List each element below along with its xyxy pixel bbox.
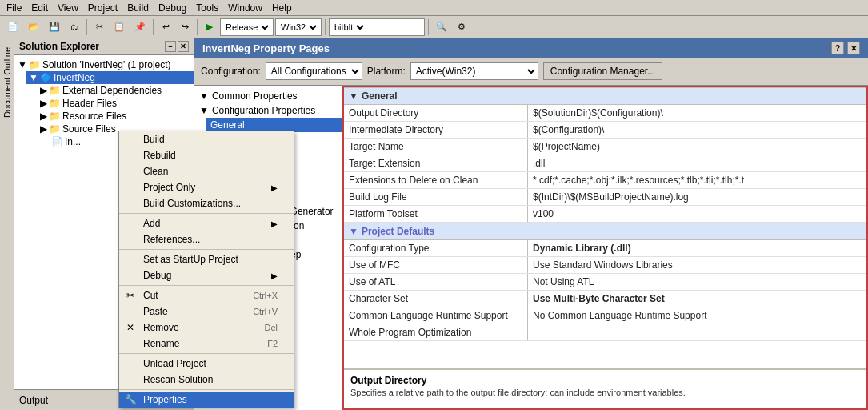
ctx-unload-label: Unload Project: [143, 358, 206, 369]
tree-project[interactable]: ▼ 🔷 InvertNeg: [26, 71, 194, 84]
menu-view[interactable]: View: [53, 1, 83, 15]
ctx-references[interactable]: References...: [119, 231, 294, 247]
config-select[interactable]: Release: [222, 22, 271, 33]
menu-build[interactable]: Build: [122, 1, 154, 15]
project-dropdown[interactable]: bitblt: [329, 18, 425, 36]
config-dropdown[interactable]: Release: [220, 18, 274, 36]
toolbar-copy[interactable]: 📋: [110, 18, 129, 36]
ctx-properties-label: Properties: [143, 394, 187, 405]
menu-edit[interactable]: Edit: [26, 1, 53, 15]
menu-tools[interactable]: Tools: [191, 1, 223, 15]
ctx-startup[interactable]: Set as StartUp Project: [119, 251, 294, 267]
toolbar-undo[interactable]: ↩: [157, 18, 174, 36]
platform-select[interactable]: Active(Win32): [410, 62, 538, 80]
prop-row-target-name[interactable]: Target Name $(ProjectName): [344, 139, 866, 155]
ctx-rename[interactable]: Rename F2: [119, 336, 294, 352]
ctx-build[interactable]: Build: [119, 131, 294, 147]
toolbar-cut[interactable]: ✂: [90, 18, 108, 36]
prop-close-btn[interactable]: ✕: [847, 42, 860, 54]
tree-header-files[interactable]: ▶ 📁 Header Files: [37, 97, 194, 110]
prop-name-target-name: Target Name: [344, 139, 528, 155]
ctx-rescan-label: Rescan Solution: [143, 374, 213, 385]
prop-name-config-type: Configuration Type: [344, 240, 528, 256]
prop-name-use-atl: Use of ATL: [344, 274, 528, 290]
toolbar-save[interactable]: 💾: [45, 18, 64, 36]
pin-btn[interactable]: –: [165, 41, 176, 52]
platform-select[interactable]: Win32: [278, 22, 319, 33]
toolbar-saveall[interactable]: 🗂: [66, 18, 83, 36]
ctx-cut-label: Cut: [143, 290, 158, 301]
tree-external-deps[interactable]: ▶ 📁 External Dependencies: [37, 84, 194, 97]
tree-resource-files[interactable]: ▶ 📁 Resource Files: [37, 110, 194, 123]
ctx-paste[interactable]: Paste Ctrl+V: [119, 303, 294, 320]
config-label: Configuration:: [201, 66, 261, 77]
project-select[interactable]: bitblt: [331, 22, 366, 33]
prop-tree-config[interactable]: ▼ Configuration Properties: [194, 103, 342, 118]
ctx-clean[interactable]: Clean: [119, 163, 294, 179]
toolbar-open[interactable]: 📂: [24, 18, 43, 36]
menu-window[interactable]: Window: [223, 1, 267, 15]
prop-value-target-name: $(ProjectName): [528, 139, 866, 155]
prop-general-collapse-icon[interactable]: ▼: [349, 90, 358, 102]
menu-file[interactable]: File: [2, 1, 26, 15]
tree-solution[interactable]: ▼ 📁 Solution 'InvertNeg' (1 project): [14, 58, 194, 71]
menu-project[interactable]: Project: [83, 1, 122, 15]
prop-project-defaults-collapse-icon[interactable]: ▼: [349, 226, 358, 237]
solution-explorer-title: Solution Explorer: [19, 41, 99, 52]
menu-help[interactable]: Help: [267, 1, 297, 15]
solution-label: Solution 'InvertNeg' (1 project): [42, 59, 171, 70]
ctx-debug[interactable]: Debug ▶: [119, 267, 294, 283]
platform-dropdown[interactable]: Win32: [275, 18, 322, 36]
config-mgr-btn[interactable]: Configuration Manager...: [543, 62, 662, 80]
output-label: Output: [19, 395, 48, 406]
prop-row-use-mfc[interactable]: Use of MFC Use Standard Windows Librarie…: [344, 257, 866, 274]
prop-row-whole-program[interactable]: Whole Program Optimization: [344, 324, 866, 341]
ctx-unload[interactable]: Unload Project: [119, 356, 294, 372]
prop-row-clr-support[interactable]: Common Language Runtime Support No Commo…: [344, 308, 866, 324]
ctx-project-only[interactable]: Project Only ▶: [119, 179, 294, 195]
prop-tree-common[interactable]: ▼ Common Properties: [194, 89, 342, 103]
prop-row-build-log[interactable]: Build Log File $(IntDir)\$(MSBuildProjec…: [344, 189, 866, 206]
ctx-rename-shortcut: F2: [267, 339, 278, 348]
ctx-cut[interactable]: ✂ Cut Ctrl+X: [119, 287, 294, 303]
prop-row-char-set[interactable]: Character Set Use Multi-Byte Character S…: [344, 291, 866, 308]
prop-row-target-ext[interactable]: Target Extension .dll: [344, 155, 866, 172]
prop-value-use-atl: Not Using ATL: [528, 274, 866, 290]
menu-debug[interactable]: Debug: [154, 1, 191, 15]
prop-name-target-ext: Target Extension: [344, 155, 528, 171]
prop-row-config-type[interactable]: Configuration Type Dynamic Library (.dll…: [344, 240, 866, 257]
toolbar-extra1[interactable]: 🔍: [432, 18, 451, 36]
vertical-tabs: Document Outline: [0, 38, 14, 410]
prop-row-use-atl[interactable]: Use of ATL Not Using ATL: [344, 274, 866, 291]
toolbar-extra2[interactable]: ⚙: [453, 18, 470, 36]
vtab-document-outline[interactable]: Document Outline: [0, 42, 14, 123]
ctx-rescan[interactable]: Rescan Solution: [119, 372, 294, 388]
toolbar-redo[interactable]: ↪: [176, 18, 194, 36]
prop-row-intermediate-dir[interactable]: Intermediate Directory $(Configuration)\: [344, 122, 866, 139]
close-btn[interactable]: ✕: [178, 41, 189, 52]
prop-row-platform-toolset[interactable]: Platform Toolset v100: [344, 206, 866, 223]
ctx-build-custom[interactable]: Build Customizations...: [119, 195, 294, 211]
prop-tree-general-label: General: [210, 119, 245, 131]
prop-grid: ▼ General Output Directory $(SolutionDir…: [344, 87, 866, 368]
ctx-sep1: [119, 213, 294, 214]
folder-icon: 📁: [49, 98, 61, 109]
toolbar-paste[interactable]: 📌: [130, 18, 150, 36]
config-select[interactable]: All Configurations: [266, 62, 362, 80]
prop-row-extensions-clean[interactable]: Extensions to Delete on Clean *.cdf;*.ca…: [344, 172, 866, 189]
prop-row-output-dir[interactable]: Output Directory $(SolutionDir)$(Configu…: [344, 105, 866, 122]
prop-help-btn[interactable]: ?: [831, 42, 844, 54]
ctx-build-custom-label: Build Customizations...: [143, 198, 241, 209]
toolbar-run[interactable]: ▶: [201, 18, 218, 36]
prop-value-target-ext: .dll: [528, 155, 866, 171]
ctx-remove[interactable]: ✕ Remove Del: [119, 320, 294, 336]
ctx-properties[interactable]: 🔧 Properties: [119, 392, 294, 408]
prop-name-output-dir: Output Directory: [344, 105, 528, 121]
header-files-label: Header Files: [62, 98, 117, 109]
ctx-rebuild[interactable]: Rebuild: [119, 147, 294, 163]
prop-value-intermediate-dir: $(Configuration)\: [528, 122, 866, 138]
prop-tree-common-label: Common Properties: [212, 90, 298, 102]
solution-explorer-header: Solution Explorer – ✕: [14, 38, 194, 55]
toolbar-new[interactable]: 📄: [3, 18, 22, 36]
ctx-add[interactable]: Add ▶: [119, 215, 294, 231]
